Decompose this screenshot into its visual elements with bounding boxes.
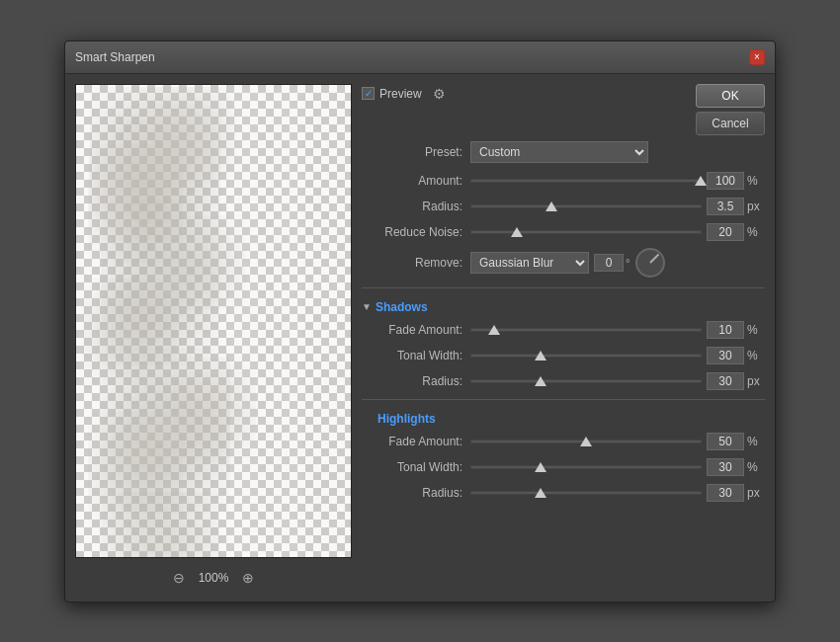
reduce-noise-unit: % — [747, 225, 765, 239]
highlights-fade-unit: % — [747, 435, 765, 448]
preview-label: Preview — [379, 87, 422, 101]
shadows-title: Shadows — [376, 300, 428, 314]
preset-label: Preset: — [362, 145, 470, 159]
gear-icon[interactable]: ⚙ — [430, 84, 450, 104]
reduce-noise-row: Reduce Noise: 20 % — [362, 222, 765, 242]
highlights-radius-thumb[interactable] — [535, 488, 546, 498]
radius-row: Radius: 3.5 px — [362, 197, 765, 216]
zoom-out-button[interactable]: ⊖ — [169, 568, 189, 588]
preview-checkbox[interactable] — [362, 87, 375, 100]
reduce-noise-thumb[interactable] — [511, 227, 523, 237]
remove-label: Remove: — [362, 256, 470, 270]
highlights-fade-track — [470, 440, 702, 443]
reduce-noise-track — [470, 230, 702, 234]
zoom-controls: ⊖ 100% ⊕ — [75, 564, 352, 592]
preset-row: Preset: Custom Default Sharpen High Shar… — [362, 141, 765, 163]
shadows-radius-unit: px — [747, 374, 765, 388]
highlights-tonal-thumb[interactable] — [535, 462, 546, 472]
angle-indicator — [650, 253, 660, 263]
shadows-tonal-track — [470, 354, 702, 358]
angle-value-box[interactable]: 0 — [594, 254, 624, 272]
highlights-fade-slider[interactable] — [470, 432, 702, 451]
preview-panel: ⊖ 100% ⊕ — [75, 84, 352, 592]
highlights-fade-row: Fade Amount: 50 % — [362, 432, 765, 451]
amount-unit: % — [747, 174, 765, 188]
reduce-noise-value[interactable]: 20 — [707, 223, 744, 241]
angle-wheel[interactable] — [635, 248, 665, 278]
ok-button[interactable]: OK — [696, 84, 765, 108]
radius-slider[interactable] — [470, 197, 702, 216]
highlights-tonal-slider[interactable] — [470, 457, 702, 477]
shadows-fade-label: Fade Amount: — [362, 323, 470, 337]
shadows-radius-value[interactable]: 30 — [707, 372, 744, 390]
highlights-fade-thumb[interactable] — [580, 437, 592, 446]
svg-rect-23 — [229, 85, 259, 558]
shadows-section-header[interactable]: ▼ Shadows — [362, 300, 765, 314]
preview-check-row: Preview — [362, 87, 422, 101]
zoom-level: 100% — [199, 571, 229, 585]
remove-row: Remove: Gaussian Blur Lens Blur Motion B… — [362, 248, 765, 278]
svg-rect-24 — [274, 85, 303, 558]
amount-thumb[interactable] — [695, 176, 707, 186]
reduce-noise-slider[interactable] — [470, 222, 702, 242]
highlights-radius-unit: px — [747, 486, 765, 500]
reduce-noise-label: Reduce Noise: — [362, 225, 470, 239]
shadows-tonal-row: Tonal Width: 30 % — [362, 346, 765, 365]
shadows-arrow: ▼ — [362, 301, 372, 312]
shadows-fade-track — [470, 328, 702, 332]
shadows-fade-thumb[interactable] — [488, 325, 500, 335]
ok-cancel-buttons: OK Cancel — [696, 84, 765, 135]
preset-select[interactable]: Custom Default Sharpen High Sharpen Low — [470, 141, 648, 163]
degree-symbol: ° — [626, 257, 630, 269]
highlights-fade-value[interactable]: 50 — [707, 433, 744, 450]
highlights-fade-label: Fade Amount: — [362, 435, 470, 448]
shadows-tonal-unit: % — [747, 349, 765, 362]
highlights-section-header[interactable]: Highlights — [362, 412, 765, 426]
dialog-body: ⊖ 100% ⊕ Preview ⚙ OK Cancel — [65, 74, 775, 602]
highlights-radius-label: Radius: — [362, 486, 470, 500]
smart-sharpen-dialog: Smart Sharpen × — [64, 40, 776, 602]
radius-unit: px — [747, 200, 765, 213]
amount-label: Amount: — [362, 174, 470, 188]
highlights-radius-slider[interactable] — [470, 483, 702, 503]
close-button[interactable]: × — [749, 49, 765, 65]
radius-thumb[interactable] — [546, 201, 557, 211]
radius-label: Radius: — [362, 200, 470, 213]
shadows-fade-row: Fade Amount: 10 % — [362, 320, 765, 340]
svg-point-3 — [160, 95, 229, 174]
shadows-radius-label: Radius: — [362, 374, 470, 388]
header-controls: Preview ⚙ OK Cancel — [362, 84, 765, 135]
amount-slider[interactable] — [470, 171, 702, 191]
shadows-tonal-value[interactable]: 30 — [707, 347, 744, 364]
amount-row: Amount: 100 % — [362, 171, 765, 191]
remove-select[interactable]: Gaussian Blur Lens Blur Motion Blur — [470, 252, 589, 274]
amount-track — [470, 179, 702, 183]
preview-image — [76, 85, 352, 558]
highlights-title: Highlights — [378, 412, 436, 426]
highlights-radius-track — [470, 491, 702, 495]
shadows-fade-value[interactable]: 10 — [707, 321, 744, 339]
shadows-tonal-slider[interactable] — [470, 346, 702, 365]
controls-panel: Preview ⚙ OK Cancel Preset: Custom Defau… — [362, 84, 765, 592]
highlights-tonal-row: Tonal Width: 30 % — [362, 457, 765, 477]
highlights-tonal-track — [470, 465, 702, 469]
cancel-button[interactable]: Cancel — [696, 112, 765, 135]
shadows-radius-thumb[interactable] — [535, 376, 546, 386]
highlights-radius-value[interactable]: 30 — [707, 484, 744, 502]
radius-track — [470, 204, 702, 208]
divider-2 — [362, 399, 765, 400]
radius-value[interactable]: 3.5 — [707, 198, 744, 215]
shadows-radius-slider[interactable] — [470, 371, 702, 391]
shadows-tonal-thumb[interactable] — [535, 351, 546, 361]
svg-point-6 — [170, 223, 239, 302]
amount-value[interactable]: 100 — [707, 172, 744, 190]
shadows-fade-slider[interactable] — [470, 320, 702, 340]
highlights-radius-row: Radius: 30 px — [362, 483, 765, 503]
highlights-tonal-value[interactable]: 30 — [707, 458, 744, 476]
highlights-tonal-label: Tonal Width: — [362, 460, 470, 474]
shadows-tonal-label: Tonal Width: — [362, 349, 470, 362]
dialog-title: Smart Sharpen — [75, 50, 155, 64]
preview-canvas[interactable] — [75, 84, 352, 558]
zoom-in-button[interactable]: ⊕ — [238, 568, 258, 588]
divider-1 — [362, 287, 765, 288]
